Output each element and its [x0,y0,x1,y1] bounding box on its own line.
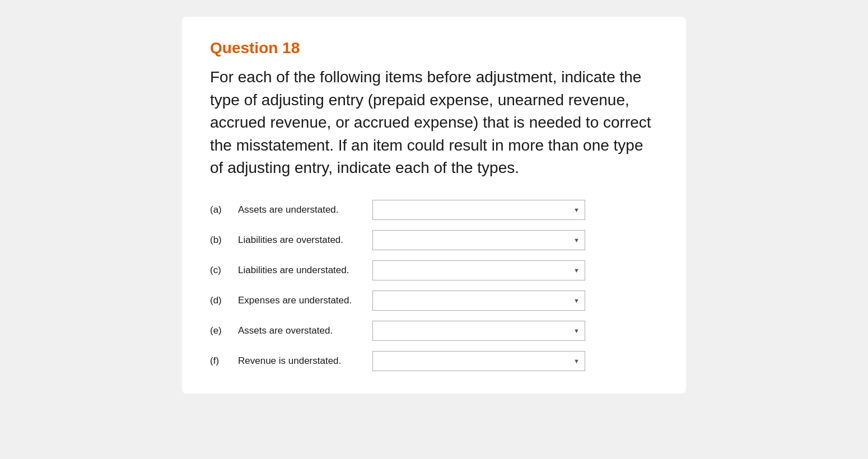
question-body: For each of the following items before a… [210,66,658,180]
select-wrapper-e: Prepaid expenseUnearned revenueAccrued r… [372,321,585,341]
select-wrapper-c: Prepaid expenseUnearned revenueAccrued r… [372,260,585,280]
item-letter-b: (b) [210,235,227,246]
question-card: Question 18 For each of the following it… [182,17,686,394]
select-e[interactable]: Prepaid expenseUnearned revenueAccrued r… [372,321,585,341]
select-wrapper-f: Prepaid expenseUnearned revenueAccrued r… [372,351,585,371]
select-c[interactable]: Prepaid expenseUnearned revenueAccrued r… [372,260,585,280]
items-container: (a)Assets are understated.Prepaid expens… [210,200,658,371]
item-letter-f: (f) [210,355,227,367]
item-label-f: Revenue is understated. [238,355,361,367]
item-row-a: (a)Assets are understated.Prepaid expens… [210,200,658,220]
select-d[interactable]: Prepaid expenseUnearned revenueAccrued r… [372,291,585,311]
item-row-f: (f)Revenue is understated.Prepaid expens… [210,351,658,371]
item-label-e: Assets are overstated. [238,325,361,336]
item-row-b: (b)Liabilities are overstated.Prepaid ex… [210,230,658,250]
select-wrapper-a: Prepaid expenseUnearned revenueAccrued r… [372,200,585,220]
item-label-c: Liabilities are understated. [238,265,361,276]
item-row-d: (d)Expenses are understated.Prepaid expe… [210,291,658,311]
item-label-a: Assets are understated. [238,204,361,216]
item-letter-a: (a) [210,204,227,216]
select-f[interactable]: Prepaid expenseUnearned revenueAccrued r… [372,351,585,371]
item-row-e: (e)Assets are overstated.Prepaid expense… [210,321,658,341]
select-b[interactable]: Prepaid expenseUnearned revenueAccrued r… [372,230,585,250]
question-title: Question 18 [210,39,658,57]
select-a[interactable]: Prepaid expenseUnearned revenueAccrued r… [372,200,585,220]
item-row-c: (c)Liabilities are understated.Prepaid e… [210,260,658,280]
item-letter-d: (d) [210,295,227,306]
item-label-b: Liabilities are overstated. [238,235,361,246]
item-letter-e: (e) [210,325,227,336]
item-letter-c: (c) [210,265,227,276]
select-wrapper-b: Prepaid expenseUnearned revenueAccrued r… [372,230,585,250]
item-label-d: Expenses are understated. [238,295,361,306]
select-wrapper-d: Prepaid expenseUnearned revenueAccrued r… [372,291,585,311]
